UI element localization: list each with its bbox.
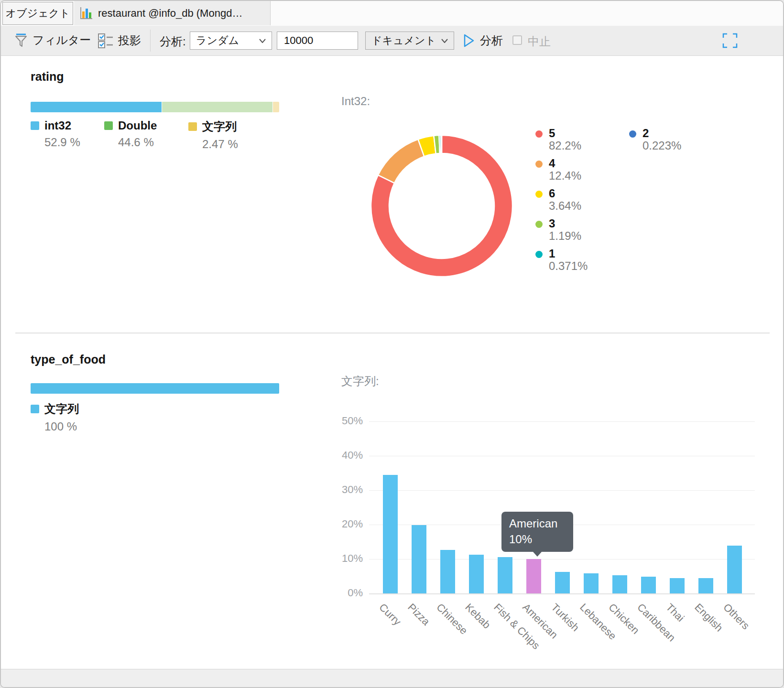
- string-pct: 100 %: [44, 420, 79, 433]
- food-bar-chart: [369, 411, 755, 594]
- legend-pct: 82.2%: [549, 140, 581, 152]
- legend-dot: [535, 161, 543, 168]
- string-label: 文字列: [44, 401, 79, 417]
- tooltip-category: American: [509, 516, 566, 531]
- type-segment-int32: [31, 102, 162, 112]
- bar-Lebanese[interactable]: [584, 573, 599, 593]
- string-pct: 2.47 %: [202, 138, 238, 151]
- filter-label: フィルター: [33, 32, 91, 48]
- abort-label: 中止: [528, 34, 551, 49]
- bar-American[interactable]: [526, 559, 541, 593]
- bar-Kebab[interactable]: [469, 555, 484, 593]
- sampling-mode-value: ランダム: [196, 33, 239, 48]
- tooltip-value: 10%: [509, 531, 566, 547]
- sampling-mode-select[interactable]: ランダム: [190, 32, 272, 50]
- filter-button[interactable]: フィルター: [14, 32, 91, 48]
- bar-Curry[interactable]: [383, 475, 398, 593]
- schema-analysis-window: オブジェクト restaurant @info_db (Mongd…: [0, 0, 784, 688]
- legend-value: 6: [549, 187, 581, 200]
- category-label-Thai: Thai: [664, 601, 687, 624]
- field-title-rating: rating: [31, 70, 64, 84]
- sample-count-field-wrap: [277, 32, 358, 50]
- bar-tooltip: American 10%: [501, 512, 573, 552]
- y-tick-label: 30%: [297, 484, 363, 496]
- run-analysis-button[interactable]: 分析: [463, 33, 503, 48]
- type-segment-文字列: [273, 102, 279, 112]
- bar-Others[interactable]: [727, 546, 742, 593]
- status-bar: [1, 669, 783, 688]
- double-swatch: [104, 121, 113, 130]
- legend-pct: 12.4%: [549, 170, 581, 182]
- type-of-food-type-bar: [31, 383, 279, 394]
- y-tick-label: 10%: [297, 552, 363, 565]
- legend-value: 3: [549, 217, 581, 230]
- donut-chart-title: Int32:: [341, 95, 370, 108]
- y-tick-label: 0%: [297, 587, 363, 599]
- donut-slice-4[interactable]: [378, 140, 424, 183]
- toolbar: フィルター 投影 分析: ランダム: [1, 26, 783, 56]
- sample-count-input[interactable]: [283, 34, 352, 47]
- legend-pct: 0.371%: [549, 260, 588, 272]
- bar-Chinese[interactable]: [440, 550, 455, 593]
- abort-checkbox[interactable]: [512, 35, 522, 45]
- int32-label: int32: [44, 119, 71, 132]
- bar-Fish & Chips[interactable]: [498, 557, 512, 593]
- food-legend-string: 文字列 100 %: [31, 401, 79, 433]
- donut-slice-2[interactable]: [441, 135, 442, 153]
- projection-button[interactable]: 投影: [98, 33, 141, 48]
- category-label-Chinese: Chinese: [434, 601, 470, 637]
- donut-legend-column-1: 582.2%412.4%63.64%31.19%10.371%: [535, 127, 588, 278]
- type-segment-Double: [162, 102, 273, 112]
- chevron-down-icon: [259, 39, 266, 43]
- category-label-Curry: Curry: [377, 601, 403, 628]
- tab-objects[interactable]: オブジェクト: [2, 2, 73, 25]
- bar-Pizza[interactable]: [412, 525, 426, 593]
- unit-select[interactable]: ドキュメント: [365, 32, 454, 50]
- tab-collection-analysis[interactable]: restaurant @info_db (Mongd…: [74, 1, 271, 25]
- donut-legend-column-2: 20.223%: [629, 127, 681, 157]
- legend-value: 4: [549, 157, 581, 170]
- gridline-50: [369, 421, 755, 422]
- field-title-type-of-food: type_of_food: [31, 353, 106, 366]
- y-tick-label: 40%: [297, 449, 363, 462]
- bar-Chicken[interactable]: [612, 575, 627, 593]
- checkbox-list-icon: [98, 33, 113, 48]
- string-label: 文字列: [202, 119, 237, 134]
- run-analysis-label: 分析: [480, 33, 503, 48]
- chevron-down-icon: [441, 39, 448, 43]
- int32-swatch: [31, 121, 39, 130]
- bar-English[interactable]: [698, 578, 713, 593]
- bar-chart-icon: [79, 6, 93, 21]
- gridline-10: [369, 559, 755, 559]
- legend-pct: 3.64%: [549, 200, 581, 212]
- legend-dot: [629, 130, 636, 138]
- gridline-30: [369, 490, 755, 491]
- bar-chart-title: 文字列:: [341, 374, 379, 389]
- rating-legend-string: 文字列 2.47 %: [188, 119, 238, 151]
- donut-legend-item-2: 20.223%: [629, 127, 681, 151]
- double-label: Double: [118, 119, 157, 132]
- bar-Turkish[interactable]: [555, 572, 570, 593]
- legend-value: 1: [549, 247, 588, 260]
- category-label-Pizza: Pizza: [405, 601, 432, 628]
- bar-Caribbean[interactable]: [641, 577, 656, 593]
- donut-legend-item-5: 582.2%: [535, 127, 588, 151]
- string-swatch: [31, 405, 39, 413]
- funnel-icon: [14, 32, 28, 48]
- tab-collection-label: restaurant @info_db (Mongd…: [98, 7, 242, 20]
- gridline-0: [369, 593, 755, 594]
- y-tick-label: 20%: [297, 518, 363, 530]
- tab-objects-label: オブジェクト: [5, 6, 70, 21]
- legend-dot: [535, 251, 543, 258]
- legend-value: 5: [549, 127, 581, 140]
- fullscreen-icon[interactable]: [722, 32, 738, 49]
- category-label-Others: Others: [721, 601, 752, 632]
- rating-donut-chart: [370, 134, 513, 278]
- donut-legend-item-1: 10.371%: [535, 247, 588, 272]
- bar-Thai[interactable]: [670, 578, 685, 593]
- legend-pct: 1.19%: [549, 230, 581, 242]
- string-swatch: [188, 122, 197, 131]
- rating-type-bar: [31, 102, 279, 112]
- legend-dot: [535, 221, 543, 228]
- analysis-label: 分析:: [160, 34, 186, 49]
